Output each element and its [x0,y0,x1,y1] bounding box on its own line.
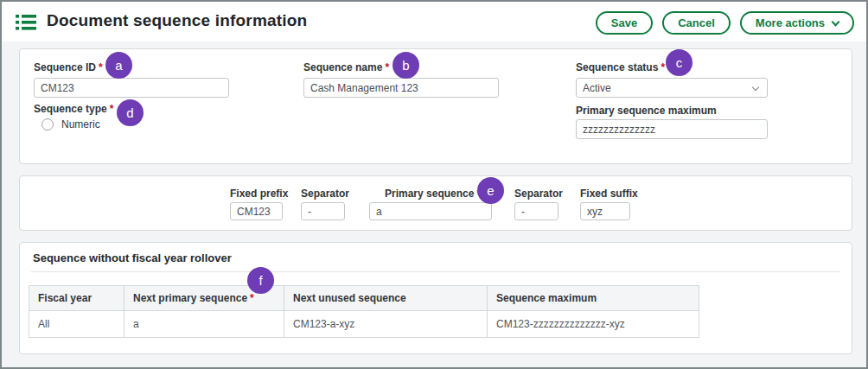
radio-option-numeric[interactable]: Numeric [41,118,100,130]
column-header-text: Fiscal year [38,292,92,304]
primary-sequence-maximum-label-text: Primary sequence maximum [576,105,717,117]
callout-badge-e: e [477,177,504,204]
primary-sequence-input[interactable] [369,202,492,220]
required-asterisk: * [250,292,254,304]
sequence-segments-panel: Fixed prefix Separator Primary sequence*… [19,175,852,231]
page-title: Document sequence information [47,11,307,30]
cell-sequence-maximum[interactable]: CM123-zzzzzzzzzzzzzz-xyz [488,311,699,338]
save-button-label: Save [611,16,637,29]
separator-1-label: Separator [301,188,349,200]
callout-badge-b: b [393,52,419,79]
numeric-radio-button[interactable] [41,118,54,130]
sequence-status-label: Sequence status* [576,61,665,73]
required-asterisk: * [99,61,103,73]
sequence-details-panel: Sequence ID* Sequence name* Sequence sta… [19,48,852,164]
column-header-sequence-maximum[interactable]: Sequence maximum [488,286,699,311]
sequence-type-label-text: Sequence type [34,103,107,115]
primary-sequence-maximum-label: Primary sequence maximum [576,105,717,117]
required-asterisk: * [385,61,389,73]
required-asterisk: * [661,61,665,73]
fixed-prefix-label-text: Fixed prefix [230,188,288,200]
column-header-fiscal-year[interactable]: Fiscal year [29,286,124,311]
fixed-suffix-label-text: Fixed suffix [580,188,638,200]
required-asterisk: * [110,103,114,115]
column-header-text: Next unused sequence [293,292,406,304]
separator-2-label: Separator [514,188,563,200]
sequence-status-label-text: Sequence status [576,61,658,73]
section-divider [31,271,840,272]
sequence-name-label: Sequence name* [303,61,389,73]
table-header-row: Fiscal year Next primary sequence* Next … [29,286,699,311]
separator-2-input[interactable] [514,202,558,220]
save-button[interactable]: Save [596,11,653,35]
sequence-status-value: Active [583,82,611,94]
separator-2-label-text: Separator [514,188,563,200]
sequence-type-label: Sequence type* [34,103,113,115]
column-header-text: Next primary sequence [133,292,247,304]
rollover-section-title: Sequence without fiscal year rollover [33,251,232,264]
numeric-radio-label: Numeric [61,118,100,130]
chevron-down-icon [832,17,840,26]
more-actions-button[interactable]: More actions [740,11,854,35]
cancel-button[interactable]: Cancel [662,11,731,35]
table-row[interactable]: All a CM123-a-xyz CM123-zzzzzzzzzzzzzz-x… [29,311,699,338]
fixed-suffix-input[interactable] [580,202,630,220]
sequence-id-label: Sequence ID* [34,61,103,73]
cell-next-unused-sequence[interactable]: CM123-a-xyz [284,311,488,338]
cell-next-primary-sequence[interactable]: a [124,311,284,338]
sequence-status-select[interactable]: Active [576,78,768,98]
page-header: Document sequence information Save Cance… [2,2,866,41]
fixed-prefix-input[interactable] [230,202,283,220]
sequence-id-label-text: Sequence ID [34,61,96,73]
primary-sequence-label: Primary sequence* [385,188,481,200]
fixed-suffix-label: Fixed suffix [580,188,638,200]
header-actions: Save Cancel More actions [596,11,854,35]
fixed-prefix-label: Fixed prefix [230,188,288,200]
separator-1-input[interactable] [301,202,345,220]
primary-sequence-maximum-input[interactable] [576,119,768,139]
callout-badge-d: d [117,99,144,126]
rollover-table: Fiscal year Next primary sequence* Next … [29,285,699,338]
separator-1-label-text: Separator [301,188,349,200]
sequence-id-input[interactable] [34,78,229,98]
primary-sequence-label-text: Primary sequence [385,188,474,200]
document-sequence-page: Document sequence information Save Cance… [0,0,868,369]
callout-badge-c: c [666,49,692,76]
column-header-next-unused-sequence[interactable]: Next unused sequence [284,286,488,311]
chevron-down-icon [752,84,759,91]
more-actions-label: More actions [756,16,825,29]
column-header-text: Sequence maximum [496,292,597,304]
cancel-button-label: Cancel [678,16,715,29]
cell-fiscal-year[interactable]: All [29,311,124,338]
sequence-name-label-text: Sequence name [303,61,382,73]
callout-badge-a: a [105,52,132,79]
rollover-section-panel: Sequence without fiscal year rollover Fi… [19,242,852,354]
sequence-name-input[interactable] [303,78,499,98]
list-menu-icon[interactable] [16,14,36,30]
callout-badge-f: f [247,267,274,294]
